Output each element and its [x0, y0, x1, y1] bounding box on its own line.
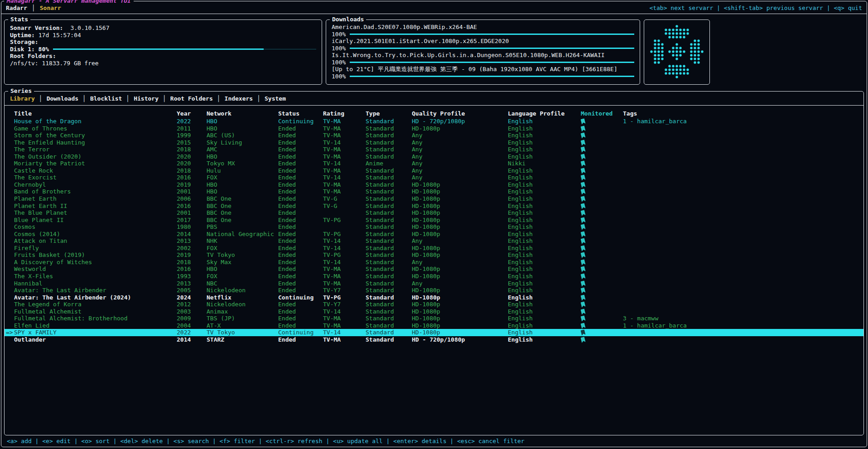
cell-language-profile: English	[508, 181, 581, 188]
table-row[interactable]: Outlander2014STARZEndedTV-MAStandardHD -…	[5, 336, 863, 343]
table-row[interactable]: Fullmetal Alchemist: Brotherhood2009TBS …	[5, 315, 863, 322]
cell-language-profile: English	[508, 273, 581, 280]
table-row[interactable]: The X-Files1993FOXEndedTV-MAStandardHD-1…	[5, 273, 863, 280]
cell-quality-profile: Any	[412, 280, 508, 287]
servarr-tab-radarr[interactable]: Radarr	[6, 5, 27, 11]
table-row[interactable]: Chernobyl2019HBOEndedTV-MAStandardHD-108…	[5, 181, 863, 188]
bookmark-icon	[581, 315, 586, 322]
cell-tags	[623, 153, 863, 160]
cell-quality-profile: HD - 720p/1080p	[412, 336, 508, 343]
cell-type: Standard	[366, 188, 412, 195]
series-tab-system[interactable]: System	[265, 95, 286, 102]
download-progress-row: 100%	[332, 31, 634, 38]
table-row[interactable]: Avatar: The Last Airbender (2024)2024Net…	[5, 294, 863, 301]
cell-quality-profile: Any	[412, 259, 508, 266]
series-tab-history[interactable]: History	[134, 95, 159, 102]
cell-year: 2016	[177, 266, 207, 273]
cell-year: 2002	[177, 245, 207, 252]
row-marker	[6, 118, 14, 125]
table-row[interactable]: Avatar: The Last Airbender2005Nickelodeo…	[5, 287, 863, 294]
table-row[interactable]: Cosmos (2014)2014National GeographicEnde…	[5, 231, 863, 238]
cell-language-profile: English	[508, 209, 581, 217]
table-row[interactable]: House of the Dragon2022HBOContinuingTV-M…	[5, 118, 863, 125]
version-value: 3.0.10.1567	[70, 24, 109, 32]
table-row[interactable]: The Enfield Haunting2015Sky LivingEndedT…	[5, 139, 863, 146]
cell-quality-profile: HD-1080p	[412, 245, 508, 252]
cell-year: 2014	[177, 336, 207, 343]
cell-type: Standard	[366, 280, 412, 287]
cell-type: Standard	[366, 245, 412, 252]
bottom-keybindings: <a> add | <e> edit | <o> sort | <del> de…	[1, 435, 867, 447]
table-row[interactable]: Firefly2002FOXEndedTV-14StandardHD-1080p…	[5, 245, 863, 252]
series-tab-blocklist[interactable]: Blocklist	[90, 95, 122, 102]
column-header-tags: Tags	[623, 110, 863, 117]
series-tab-indexers[interactable]: Indexers	[225, 95, 253, 102]
cell-title: Blue Planet II	[14, 217, 177, 224]
row-marker	[6, 336, 14, 343]
cell-monitored	[581, 195, 623, 203]
table-row[interactable]: The Exorcist2016FOXEndedTV-14StandardAny…	[5, 174, 863, 181]
table-row[interactable]: Game of Thrones2011HBOEndedTV-MAStandard…	[5, 125, 863, 132]
table-row[interactable]: Hannibal2013NBCEndedTV-MAStandardAnyEngl…	[5, 280, 863, 287]
table-row[interactable]: The Blue Planet2001BBC OneEndedStandardH…	[5, 209, 863, 217]
cell-language-profile: English	[508, 294, 581, 301]
table-row[interactable]: The Terror2018AMCEndedTV-MAStandardAnyEn…	[5, 146, 863, 153]
cell-title: Westworld	[14, 266, 177, 273]
bookmark-icon	[581, 146, 586, 153]
cell-tags: 1 - hamilcar_barca	[623, 118, 863, 125]
cell-monitored	[581, 231, 623, 238]
cell-year: 1999	[177, 132, 207, 139]
table-row[interactable]: Westworld2016HBOEndedTV-MAStandardHD-108…	[5, 266, 863, 273]
managarr-logo-svg	[649, 24, 705, 80]
cell-rating: TV-14	[323, 237, 366, 245]
bookmark-icon	[581, 245, 586, 251]
cell-monitored	[581, 181, 623, 188]
cell-quality-profile: HD-1080p	[412, 266, 508, 273]
cell-monitored	[581, 209, 623, 217]
series-tab-library[interactable]: Library	[10, 95, 35, 102]
cell-language-profile: English	[508, 280, 581, 287]
cell-tags	[623, 188, 863, 195]
row-marker: =>	[6, 329, 14, 336]
table-row[interactable]: Attack on Titan2013NHKEndedTV-14Standard…	[5, 237, 863, 245]
cell-network: BBC One	[207, 217, 278, 224]
downloads-panel-title: Downloads	[330, 16, 366, 23]
cell-language-profile: English	[508, 231, 581, 238]
cell-year: 2024	[177, 294, 207, 301]
cell-tags	[623, 245, 863, 252]
cell-quality-profile: Any	[412, 160, 508, 167]
cell-status: Ended	[278, 322, 323, 329]
table-row[interactable]: =>SPY x FAMILY2022TV TokyoContinuingTV-1…	[5, 329, 863, 336]
table-row[interactable]: The Legend of Korra2012NickelodeonEndedT…	[5, 301, 863, 308]
table-row[interactable]: Band of Brothers2001HBOEndedTV-MAStandar…	[5, 188, 863, 195]
cell-tags	[623, 167, 863, 174]
series-tab-root-folders[interactable]: Root Folders	[170, 95, 213, 102]
table-row[interactable]: Planet Earth2006BBC OneEndedTV-GStandard…	[5, 195, 863, 203]
table-row[interactable]: Storm of the Century1999ABC (US)EndedTV-…	[5, 132, 863, 139]
table-row[interactable]: Cosmos1980PBSEndedStandardHD-1080pEnglis…	[5, 223, 863, 231]
table-row[interactable]: Moriarty the Patriot2020Tokyo MXEndedTV-…	[5, 160, 863, 167]
cell-type: Standard	[366, 181, 412, 188]
cell-tags	[623, 195, 863, 203]
servarr-tab-sonarr[interactable]: Sonarr	[40, 5, 61, 11]
table-row[interactable]: Fullmetal Alchemist2003AnimaxEndedTV-14S…	[5, 308, 863, 315]
cell-year: 2019	[177, 181, 207, 188]
table-row[interactable]: Elfen Lied2004AT-XEndedTV-MAStandardHD-1…	[5, 322, 863, 329]
cell-monitored	[581, 223, 623, 231]
cell-status: Ended	[278, 336, 323, 343]
cell-year: 2020	[177, 153, 207, 160]
downloads-list: American.Dad.S20E07.1080p.WEBRip.x264-BA…	[332, 24, 634, 80]
cell-language-profile: English	[508, 167, 581, 174]
cell-quality-profile: Any	[412, 146, 508, 153]
table-row[interactable]: Planet Earth II2016BBC OneEndedTV-GStand…	[5, 203, 863, 210]
cell-quality-profile: HD-1080p	[412, 301, 508, 308]
cell-rating: TV-14	[323, 245, 366, 252]
cell-title: Fullmetal Alchemist: Brotherhood	[14, 315, 177, 322]
table-row[interactable]: Blue Planet II2017BBC OneEndedTV-PGStand…	[5, 217, 863, 224]
table-row[interactable]: The Outsider (2020)2020HBOEndedTV-MAStan…	[5, 153, 863, 160]
table-row[interactable]: Fruits Basket (2019)2019TV TokyoEndedTV-…	[5, 251, 863, 259]
series-tab-downloads[interactable]: Downloads	[47, 95, 78, 102]
table-row[interactable]: Castle Rock2018HuluEndedTV-MAStandardAny…	[5, 167, 863, 174]
table-row[interactable]: A Discovery of Witches2018Sky MaxEndedTV…	[5, 259, 863, 266]
cell-rating: TV-14	[323, 329, 366, 336]
